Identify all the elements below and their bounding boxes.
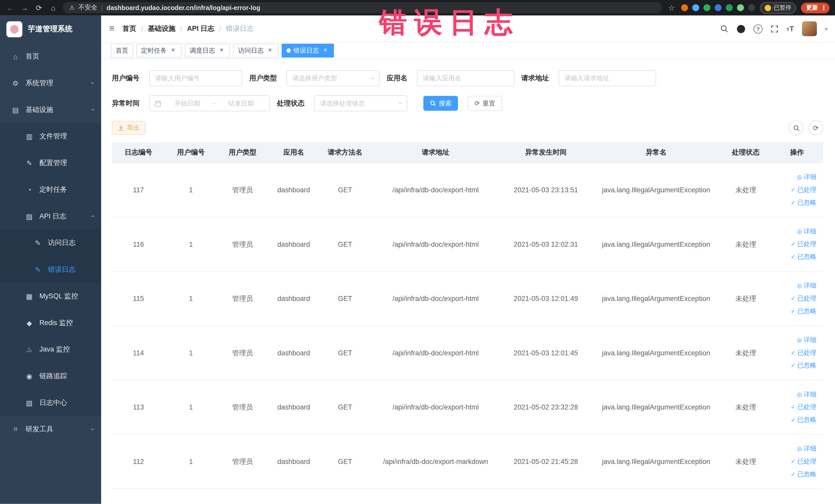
calendar-icon (155, 100, 161, 107)
user-type-select[interactable]: 请选择用户类型 › (286, 70, 380, 86)
action-label: 已忽略 (797, 307, 816, 316)
request-url-input[interactable] (558, 70, 656, 86)
export-button[interactable]: 导出 (112, 121, 145, 135)
browser-home-button[interactable]: ⌂ (48, 3, 58, 12)
sidebar-item-redis-monitor[interactable]: ◆Redis 监控 (0, 309, 101, 336)
cell-url: /api/infra/db-doc/export-html (371, 403, 500, 411)
help-icon[interactable]: ? (753, 24, 762, 33)
app-frame: 芋道管理系统 ⌂首页⚙系统管理›▤基础设施›▥文件管理✎配置管理◔定时任务▨AP… (0, 15, 835, 504)
chevron-down-icon[interactable]: ▾ (825, 26, 827, 32)
action-detail[interactable]: ◎详细 (797, 444, 816, 453)
refresh-table-button[interactable]: ⟳ (808, 120, 823, 135)
reset-button[interactable]: ⟳ 重置 (467, 96, 502, 110)
cell-time: 2021-05-03 23:13:51 (500, 186, 592, 194)
sidebar-item-access-log[interactable]: ✎访问日志 (0, 229, 101, 256)
cell-exception: java.lang.IllegalArgumentException (592, 240, 720, 248)
app-name-input[interactable] (417, 70, 514, 86)
action-ignored[interactable]: ✓已忽略 (791, 307, 816, 316)
toggle-search-button[interactable] (789, 120, 803, 135)
action-processed[interactable]: ✓已处理 (791, 457, 816, 466)
chevron-down-icon: › (397, 102, 404, 104)
column-header: 异常名 (592, 148, 720, 157)
action-detail[interactable]: ◎详细 (797, 281, 816, 290)
processed-icon: ✓ (791, 349, 795, 356)
ignored-icon: ✓ (791, 362, 795, 369)
close-icon[interactable]: × (266, 47, 273, 55)
update-browser-button[interactable]: 更新 ⋮ (801, 2, 830, 13)
forward-button[interactable]: → (20, 3, 29, 12)
search-icon[interactable] (720, 24, 729, 33)
devtools-icon: ⌗ (11, 425, 20, 434)
sidebar-item-log-center[interactable]: ▧日志中心 (0, 389, 101, 416)
end-date-placeholder: 结束日期 (217, 99, 265, 108)
sidebar-item-api-log[interactable]: ▨API 日志› (0, 203, 101, 229)
action-processed[interactable]: ✓已处理 (791, 240, 816, 249)
extension-icon[interactable] (737, 4, 744, 11)
github-icon[interactable] (736, 24, 746, 33)
action-processed[interactable]: ✓已处理 (791, 403, 816, 411)
tab-cron-job[interactable]: 定时任务× (136, 44, 182, 58)
action-ignored[interactable]: ✓已忽略 (791, 253, 816, 261)
close-icon[interactable]: × (169, 47, 177, 55)
cell-user_id: 1 (165, 458, 217, 465)
cell-method: GET (319, 295, 371, 302)
sidebar-item-config-mgmt[interactable]: ✎配置管理 (0, 150, 101, 176)
tab-home[interactable]: 首页 (111, 44, 133, 58)
extension-icon[interactable] (704, 4, 711, 11)
extension-icon[interactable] (681, 4, 688, 11)
cell-status: 未处理 (720, 294, 771, 303)
extension-icon[interactable] (748, 4, 755, 11)
sidebar-item-cron-job[interactable]: ◔定时任务 (0, 176, 101, 203)
font-size-icon[interactable]: TT (787, 25, 794, 33)
sidebar-item-infra[interactable]: ▤基础设施› (0, 97, 101, 123)
tab-job-log[interactable]: 调度日志× (185, 44, 230, 58)
reload-button[interactable]: ⟳ (34, 3, 44, 12)
sidebar-item-java-monitor[interactable]: ♨Java 监控 (0, 336, 101, 363)
tab-access-log[interactable]: 访问日志× (233, 44, 279, 58)
exception-time-range-picker[interactable]: 开始日期 - 结束日期 (149, 95, 270, 111)
action-processed[interactable]: ✓已处理 (791, 294, 816, 303)
user-id-input[interactable] (149, 70, 242, 86)
close-icon[interactable]: × (218, 47, 225, 55)
fullscreen-icon[interactable] (771, 25, 778, 33)
app-logo-row[interactable]: 芋道管理系统 (0, 15, 101, 43)
extension-icon[interactable] (692, 4, 699, 11)
sidebar-item-trace[interactable]: ◉链路追踪 (0, 363, 101, 389)
action-label: 详细 (804, 444, 816, 453)
address-bar[interactable]: ⚠ 不安全 | dashboard.yudao.iocoder.cn/infra… (63, 2, 662, 13)
action-ignored[interactable]: ✓已忽略 (791, 470, 816, 479)
close-icon[interactable]: × (322, 47, 329, 55)
action-ignored[interactable]: ✓已忽略 (791, 361, 816, 370)
sidebar-item-file-mgmt[interactable]: ▥文件管理 (0, 123, 101, 150)
user-avatar[interactable] (802, 21, 817, 36)
refresh-icon: ⟳ (813, 124, 819, 132)
action-detail[interactable]: ◎详细 (797, 227, 816, 236)
paused-extension-button[interactable]: 已暂停 (760, 2, 796, 14)
search-button[interactable]: 搜索 (423, 96, 458, 110)
extension-icon[interactable] (726, 4, 733, 11)
sidebar-item-home[interactable]: ⌂首页 (0, 43, 101, 70)
action-ignored[interactable]: ✓已忽略 (791, 198, 816, 207)
action-detail[interactable]: ◎详细 (797, 390, 816, 399)
sidebar-item-dev-tools[interactable]: ⌗研发工具› (0, 416, 101, 443)
sidebar-toggle-icon[interactable]: ≡ (101, 23, 122, 34)
main-panel: ≡ 首页/基础设施/API 日志/错误日志 ? TT ▾ (101, 15, 835, 504)
sidebar-item-error-log[interactable]: ✎错误日志 (0, 256, 101, 283)
sidebar-item-mysql-monitor[interactable]: ▦MySQL 监控 (0, 283, 101, 310)
filter-row-2: 异常时间 开始日期 - 结束日期 处理状态 请选择处理状态 › (112, 95, 835, 111)
action-processed[interactable]: ✓已处理 (791, 185, 816, 194)
breadcrumb-item[interactable]: API 日志 (187, 24, 214, 33)
breadcrumb-item[interactable]: 基础设施 (148, 24, 176, 33)
action-detail[interactable]: ◎详细 (797, 336, 816, 345)
process-status-select[interactable]: 请选择处理状态 › (314, 95, 407, 111)
action-detail[interactable]: ◎详细 (797, 173, 816, 182)
extension-icon[interactable] (715, 4, 721, 11)
tab-error-log[interactable]: 错误日志× (282, 44, 334, 58)
breadcrumb-item[interactable]: 首页 (122, 24, 136, 33)
bookmark-star-icon[interactable]: ☆ (667, 3, 676, 12)
menu-dots-icon[interactable]: ⋮ (821, 4, 827, 12)
sidebar-item-system[interactable]: ⚙系统管理› (0, 70, 101, 97)
action-ignored[interactable]: ✓已忽略 (791, 416, 816, 424)
action-processed[interactable]: ✓已处理 (791, 348, 816, 357)
back-button[interactable]: ← (5, 3, 15, 12)
